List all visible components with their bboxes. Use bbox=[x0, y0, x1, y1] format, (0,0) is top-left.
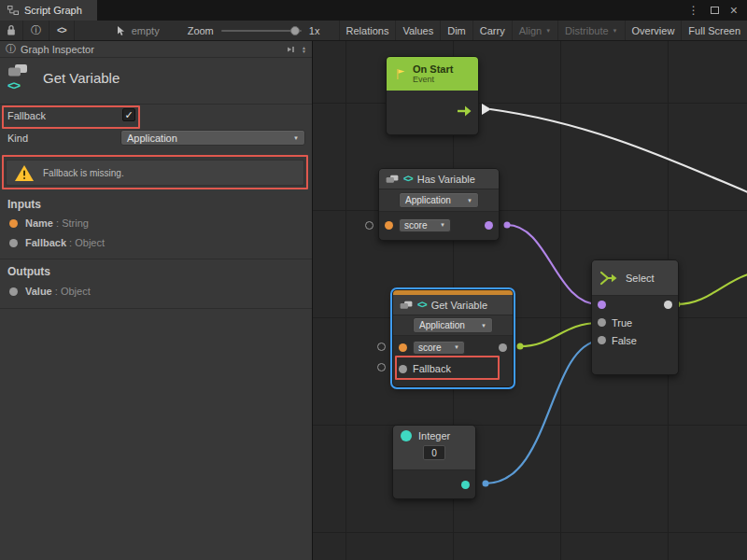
input-port-fallback[interactable] bbox=[399, 365, 407, 373]
toolbar-button-fullscreen[interactable]: Full Screen bbox=[681, 21, 747, 40]
chevron-down-icon: ▼ bbox=[461, 198, 472, 203]
wire-has-variable-to-select[interactable] bbox=[507, 225, 599, 304]
wires-layer bbox=[313, 41, 747, 560]
fallback-checkbox[interactable]: ✓ bbox=[122, 108, 135, 121]
toolbar-button-distribute: Distribute ▼ bbox=[557, 21, 624, 40]
zoom-slider[interactable] bbox=[221, 30, 302, 32]
node-on-start[interactable]: On Start Event bbox=[386, 56, 479, 135]
wire-end-dot bbox=[483, 481, 489, 487]
graph-toolbar: ⓘ <> empty Zoom 1x Relations Values Dim … bbox=[0, 21, 747, 41]
zoom-control: Zoom 1x bbox=[188, 21, 320, 40]
integer-icon bbox=[401, 430, 412, 441]
port-connection-point[interactable] bbox=[365, 221, 374, 230]
port-dot-string[interactable] bbox=[9, 219, 18, 228]
titlebar: Script Graph ⋮ × bbox=[0, 0, 747, 21]
wire-flow[interactable] bbox=[490, 109, 747, 192]
flag-icon bbox=[395, 68, 406, 80]
inspector-header: ⓘ Graph Inspector ▲ ▼ bbox=[0, 41, 312, 58]
kind-dropdown[interactable]: Application ▼ bbox=[120, 130, 305, 146]
select-icon bbox=[599, 269, 618, 287]
output-port-value[interactable] bbox=[499, 343, 507, 352]
input-port-true[interactable] bbox=[598, 318, 606, 327]
variable-icon bbox=[400, 301, 413, 310]
node-header: <> Get Variable bbox=[393, 295, 513, 315]
port-row-fallback: Fallback bbox=[393, 358, 513, 379]
node-select[interactable]: Select True False bbox=[591, 259, 679, 375]
zoom-label: Zoom bbox=[188, 25, 214, 36]
inspector-title: Graph Inspector bbox=[21, 44, 94, 55]
node-header: Integer 0 bbox=[393, 426, 475, 470]
kind-dropdown[interactable]: Application ▼ bbox=[413, 317, 493, 333]
fallback-port-label: Fallback bbox=[413, 363, 451, 374]
chevron-down-icon: ▼ bbox=[475, 323, 486, 329]
info-icon: ⓘ bbox=[6, 42, 16, 56]
dock-icon[interactable] bbox=[286, 45, 295, 54]
node-header: <> Has Variable bbox=[379, 169, 499, 189]
output-port-selection[interactable] bbox=[664, 301, 672, 309]
node-kind-row: Application ▼ bbox=[393, 315, 513, 336]
node-title: Get Variable bbox=[431, 300, 487, 311]
tab-script-graph[interactable]: Script Graph bbox=[0, 0, 97, 21]
true-port-label: True bbox=[612, 317, 632, 329]
inspected-node-section: <> Get Variable bbox=[0, 58, 312, 105]
chevron-down-icon: ▼ bbox=[448, 344, 459, 350]
input-port-false[interactable] bbox=[598, 336, 606, 344]
window-menu-icon[interactable]: ⋮ bbox=[688, 4, 699, 17]
node-body bbox=[387, 91, 478, 133]
code-view-button[interactable]: <> bbox=[49, 21, 75, 40]
node-integer[interactable]: Integer 0 bbox=[392, 425, 476, 499]
node-has-variable[interactable]: <> Has Variable Application ▼ score ▼ bbox=[378, 168, 500, 241]
toolbar-button-align: Align ▼ bbox=[512, 21, 557, 40]
input-port-name[interactable] bbox=[399, 343, 407, 352]
node-get-variable[interactable]: <> Get Variable Application ▼ score ▼ bbox=[392, 289, 514, 387]
input-port-name[interactable] bbox=[385, 221, 393, 230]
node-kind-row: Application ▼ bbox=[379, 189, 499, 212]
output-port-bool[interactable] bbox=[485, 221, 493, 230]
toolbar-button-overview[interactable]: Overview bbox=[625, 21, 682, 40]
input-port-condition[interactable] bbox=[598, 301, 606, 309]
graph-canvas[interactable]: On Start Event <> Has Variable bbox=[313, 41, 747, 560]
toolbar-button-dim[interactable]: Dim bbox=[440, 21, 472, 40]
lock-button[interactable] bbox=[0, 21, 22, 40]
port-dot-object[interactable] bbox=[9, 287, 18, 296]
wire-end-dot bbox=[517, 343, 524, 350]
caret-down-icon: ▼ bbox=[302, 49, 306, 53]
variable-name-dropdown[interactable]: score ▼ bbox=[399, 218, 451, 232]
toolbar-button-carry[interactable]: Carry bbox=[472, 21, 512, 40]
inspect-toggle-button[interactable]: ⓘ bbox=[22, 21, 49, 40]
outputs-header: Outputs bbox=[7, 265, 50, 278]
maximize-icon[interactable] bbox=[711, 7, 719, 14]
integer-value-field[interactable]: 0 bbox=[423, 445, 445, 460]
port-row bbox=[393, 470, 475, 498]
input-port-fallback: Fallback : Object bbox=[9, 237, 105, 248]
variable-name-dropdown[interactable]: score ▼ bbox=[413, 341, 465, 355]
scroll-arrows[interactable]: ▲ ▼ bbox=[302, 46, 306, 53]
output-port-int[interactable] bbox=[461, 481, 470, 489]
wire-start-arrow-icon bbox=[482, 104, 491, 115]
variable-icon bbox=[386, 175, 399, 184]
port-row: False bbox=[592, 331, 678, 349]
warning-icon bbox=[14, 164, 35, 182]
selection-indicator: empty bbox=[116, 21, 160, 40]
port-connection-point[interactable] bbox=[377, 343, 386, 351]
wire-get-variable-to-select[interactable] bbox=[520, 323, 599, 346]
flow-output-port[interactable] bbox=[458, 105, 472, 117]
event-node-header: On Start Event bbox=[387, 57, 478, 91]
chevron-down-icon: ▼ bbox=[288, 135, 299, 141]
divider bbox=[0, 259, 312, 259]
warning-box: Fallback is missing. bbox=[6, 160, 304, 186]
toolbar-button-relations[interactable]: Relations bbox=[339, 21, 396, 40]
node-header: Select bbox=[592, 260, 678, 296]
graph-inspector-panel: ⓘ Graph Inspector ▲ ▼ <> bbox=[0, 41, 313, 560]
port-row bbox=[592, 296, 678, 314]
info-icon: ⓘ bbox=[31, 23, 41, 37]
port-connection-point[interactable] bbox=[377, 363, 386, 371]
zoom-slider-knob[interactable] bbox=[290, 26, 300, 35]
close-icon[interactable]: × bbox=[730, 4, 738, 17]
kind-dropdown[interactable]: Application ▼ bbox=[399, 192, 479, 208]
port-dot-object[interactable] bbox=[9, 239, 18, 247]
wire-select-output[interactable] bbox=[677, 274, 747, 304]
toolbar-button-values[interactable]: Values bbox=[395, 21, 440, 40]
empty-label: empty bbox=[132, 25, 160, 36]
code-icon: <> bbox=[417, 300, 427, 310]
